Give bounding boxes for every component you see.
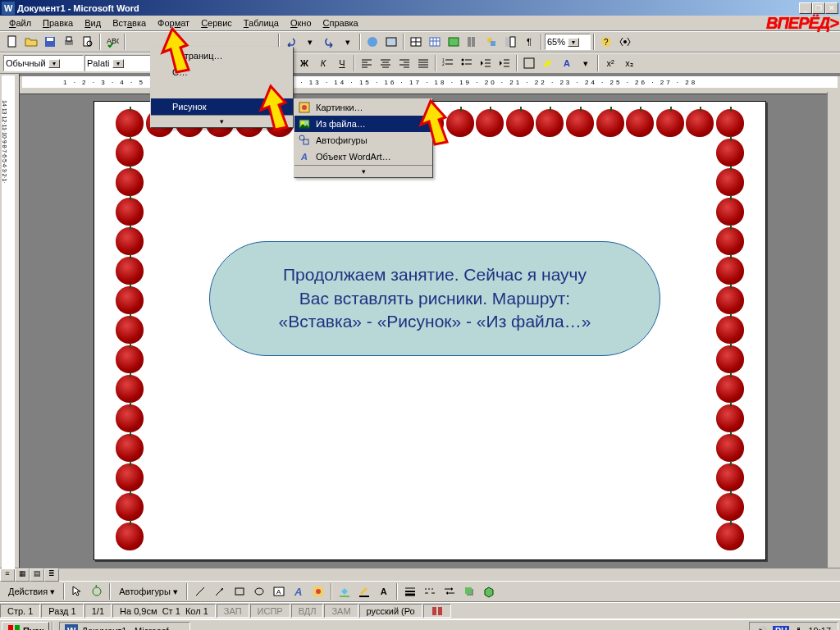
picture-autoshapes[interactable]: Автофигуры: [294, 132, 432, 148]
minimize-button[interactable]: _: [799, 2, 812, 14]
picture-from-file[interactable]: Из файла…: [294, 116, 432, 132]
start-button[interactable]: Пуск: [2, 622, 49, 630]
status-trk[interactable]: ИСПР: [250, 604, 290, 618]
print-button[interactable]: [60, 33, 78, 51]
line-color-button[interactable]: [355, 582, 373, 600]
close-button[interactable]: ✕: [825, 2, 838, 14]
3d-button[interactable]: [480, 582, 498, 600]
fill-color-button[interactable]: [336, 582, 354, 600]
status-book-icon[interactable]: [423, 604, 451, 618]
indent-button[interactable]: [495, 54, 514, 72]
system-tray[interactable]: 🔊 RU 🖧 19:17: [749, 622, 838, 630]
preview-button[interactable]: [79, 33, 97, 51]
help-button[interactable]: ?: [597, 33, 615, 51]
align-left-button[interactable]: [358, 54, 376, 72]
highlight-button[interactable]: [539, 54, 557, 72]
zoom-combo[interactable]: 65%▾: [545, 34, 591, 50]
status-ovr[interactable]: ЗАМ: [324, 604, 358, 618]
menu-edit[interactable]: Правка: [37, 16, 79, 30]
autoshapes-button[interactable]: Автофигуры ▾: [114, 585, 183, 599]
align-right-button[interactable]: [395, 54, 413, 72]
taskbar: Пуск W Документ1 - Microsof… 🔊 RU 🖧 19:1…: [0, 619, 840, 630]
menu-table[interactable]: Таблица: [238, 16, 285, 30]
status-language[interactable]: русский (Ро: [359, 604, 422, 618]
volume-icon[interactable]: 🔊: [756, 626, 768, 631]
drawing-button[interactable]: [482, 33, 500, 51]
bullet-list-button[interactable]: [458, 54, 476, 72]
new-doc-button[interactable]: [3, 33, 21, 51]
menu-window[interactable]: Окно: [285, 16, 317, 30]
actions-button[interactable]: Действия ▾: [3, 585, 60, 599]
redo-button[interactable]: [320, 33, 338, 51]
bold-button[interactable]: Ж: [295, 54, 313, 72]
menu-view[interactable]: Вид: [79, 16, 107, 30]
status-rec[interactable]: ЗАП: [217, 604, 249, 618]
font-color-dd[interactable]: ▾: [577, 54, 595, 72]
select-objects-button[interactable]: [68, 582, 86, 600]
wordart-button[interactable]: A: [290, 582, 308, 600]
svg-rect-25: [510, 37, 515, 47]
line-style-button[interactable]: [401, 582, 419, 600]
dash-style-button[interactable]: [421, 582, 439, 600]
tables-button[interactable]: [407, 33, 425, 51]
picture-expand[interactable]: ▾: [294, 165, 432, 177]
font-color-draw-button[interactable]: A: [375, 582, 393, 600]
style-combo[interactable]: Обычный▾: [3, 55, 84, 71]
superscript-button[interactable]: x²: [601, 54, 619, 72]
horizontal-scrollbar[interactable]: ≡ ▦ ▤ ≣: [0, 568, 840, 581]
oval-button[interactable]: [250, 582, 268, 600]
web-toolbar-button[interactable]: [382, 33, 400, 51]
open-button[interactable]: [22, 33, 40, 51]
underline-button[interactable]: Ч: [333, 54, 351, 72]
font-color-button[interactable]: A: [558, 54, 576, 72]
print-view-button[interactable]: ▤: [30, 568, 44, 582]
picture-clipart[interactable]: Картинки…: [294, 99, 432, 116]
save-button[interactable]: [41, 33, 59, 51]
show-marks-button[interactable]: ¶: [520, 33, 538, 51]
insert-table-button[interactable]: [426, 33, 444, 51]
callout: Продолжаем занятие. Сейчас я научу Вас в…: [209, 241, 660, 356]
textbox-button[interactable]: A: [270, 582, 288, 600]
status-ext[interactable]: ВДЛ: [291, 604, 324, 618]
subscript-button[interactable]: x₂: [620, 54, 638, 72]
rotate-button[interactable]: [88, 582, 106, 600]
clipart-button[interactable]: [309, 582, 327, 600]
doc-map-button[interactable]: [501, 33, 519, 51]
arrow-button[interactable]: [211, 582, 229, 600]
clock[interactable]: 19:17: [808, 626, 831, 630]
svg-rect-59: [524, 58, 534, 68]
vertical-scrollbar[interactable]: [827, 92, 840, 568]
normal-view-button[interactable]: ≡: [0, 568, 15, 582]
numbered-list-button[interactable]: 12: [439, 54, 457, 72]
line-button[interactable]: [191, 582, 209, 600]
network-icon[interactable]: 🖧: [794, 626, 803, 630]
taskbar-document[interactable]: W Документ1 - Microsof…: [59, 622, 190, 630]
arrow-style-button[interactable]: [441, 582, 459, 600]
maximize-button[interactable]: ❐: [812, 2, 825, 14]
status-section: Разд 1: [41, 604, 83, 618]
undo-dd[interactable]: ▾: [301, 33, 319, 51]
outdent-button[interactable]: [477, 54, 495, 72]
redo-dd[interactable]: ▾: [339, 33, 357, 51]
menu-insert[interactable]: Вставка: [107, 16, 152, 30]
menu-file[interactable]: Файл: [3, 16, 37, 30]
spell-button[interactable]: ABC: [103, 33, 121, 51]
italic-button[interactable]: К: [314, 54, 332, 72]
picture-wordart[interactable]: AОбъект WordArt…: [294, 148, 432, 165]
hyperlink-button[interactable]: [363, 33, 381, 51]
shadow-button[interactable]: [460, 582, 478, 600]
find-button[interactable]: [616, 33, 634, 51]
language-indicator[interactable]: RU: [773, 626, 789, 631]
rectangle-button[interactable]: [231, 582, 249, 600]
outline-view-button[interactable]: ≣: [44, 568, 59, 582]
columns-button[interactable]: [463, 33, 482, 51]
svg-rect-86: [8, 625, 13, 630]
align-center-button[interactable]: [377, 54, 395, 72]
forward-label[interactable]: ВПЕРЁД>: [766, 14, 838, 33]
excel-button[interactable]: [445, 33, 463, 51]
font-combo[interactable]: Palati▾: [84, 55, 157, 71]
justify-button[interactable]: [414, 54, 432, 72]
borders-button[interactable]: [520, 54, 538, 72]
web-view-button[interactable]: ▦: [15, 568, 30, 582]
menu-help[interactable]: Справка: [317, 16, 364, 30]
